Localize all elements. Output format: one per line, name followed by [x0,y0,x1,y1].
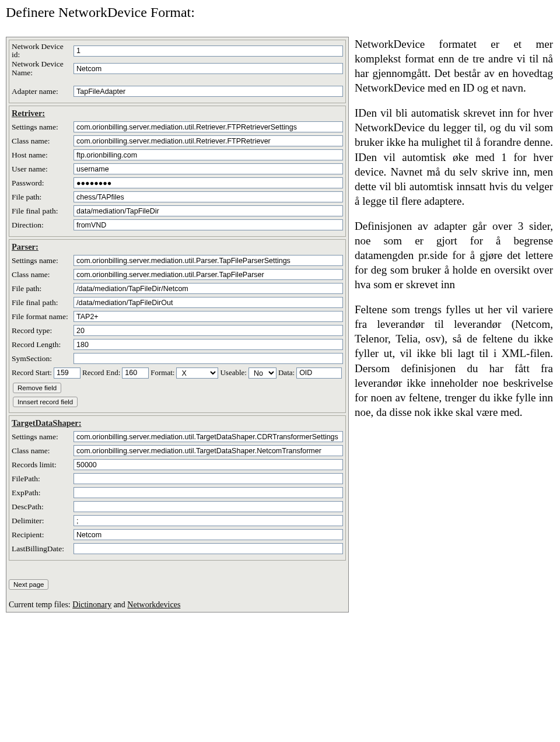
prose-p4: Feltene som trengs fylles ut her vil var… [355,302,553,419]
parser-recordlength-input[interactable] [74,339,343,350]
parser-group: Parser: Settings name: Class name: File … [9,239,346,413]
form-panel: Network Device id: Network Device Name: … [6,37,349,612]
remove-field-button[interactable]: Remove field [13,383,61,393]
data-input[interactable] [296,368,342,379]
dictionary-link[interactable]: Dictinonary [72,600,111,609]
parser-filefinal-input[interactable] [74,297,343,308]
adapter-name-label: Adapter name: [12,88,74,96]
retriever-direction-input[interactable] [74,219,343,230]
parser-fileformat-input[interactable] [74,311,343,322]
tds-filepath-input[interactable] [74,473,343,484]
retriever-class-input[interactable] [74,135,343,146]
tds-recipient-label: Recipient: [12,531,74,539]
format-select[interactable]: X [176,368,218,379]
parser-settings-label: Settings name: [12,257,74,265]
parser-class-input[interactable] [74,269,343,280]
retriever-password-input[interactable] [74,177,343,188]
retriever-direction-label: Direction: [12,221,74,229]
parser-filepath-input[interactable] [74,283,343,294]
retriever-filefinal-label: File final path: [12,207,74,215]
networkdevices-link[interactable]: Networkdevices [127,600,180,609]
device-id-label: Network Device id: [12,43,74,59]
parser-settings-input[interactable] [74,255,343,266]
tds-lastbillingdate-label: LastBillingDate: [12,545,74,553]
parser-filepath-label: File path: [12,285,74,293]
record-start-label: Record Start: [12,368,52,377]
tds-delimiter-label: Delimiter: [12,517,74,525]
parser-recordlength-label: Record Length: [12,341,74,349]
tds-exppath-input[interactable] [74,487,343,498]
device-name-label: Network Device Name: [12,60,74,76]
prose-p3: Definisjonen av adapter går over 3 sider… [355,219,553,292]
parser-fileformat-label: File format name: [12,313,74,321]
adapter-name-input[interactable] [74,86,343,97]
retriever-filepath-input[interactable] [74,191,343,202]
retriever-filepath-label: File path: [12,193,74,201]
device-group: Network Device id: Network Device Name: … [9,40,346,103]
retriever-host-label: Host name: [12,151,74,159]
retriever-host-input[interactable] [74,149,343,160]
temp-files-prefix: Current temp files: [9,600,72,609]
retriever-class-label: Class name: [12,137,74,145]
tds-filepath-label: FilePath: [12,475,74,483]
tds-exppath-label: ExpPath: [12,489,74,497]
tds-class-input[interactable] [74,445,343,456]
device-name-input[interactable] [74,63,343,74]
next-page-button[interactable]: Next page [9,579,48,590]
retriever-settings-input[interactable] [74,121,343,132]
and-text: and [111,600,127,609]
parser-symsection-input[interactable] [74,353,343,364]
temp-files-text: Current temp files: Dictinonary and Netw… [9,600,346,610]
retriever-filefinal-input[interactable] [74,205,343,216]
parser-heading: Parser: [12,242,343,252]
tds-recordslimit-label: Records limit: [12,461,74,469]
tds-settings-input[interactable] [74,431,343,442]
retriever-password-label: Password: [12,179,74,187]
parser-recordtype-label: Record type: [12,327,74,335]
prose-p2: IDen vil bli automatisk skrevet inn for … [355,106,553,208]
tds-delimiter-input[interactable] [74,515,343,526]
device-id-input[interactable] [74,46,343,57]
tds-heading: TargetDataShaper: [12,418,343,428]
parser-recordtype-input[interactable] [74,325,343,336]
retriever-user-input[interactable] [74,163,343,174]
parser-symsection-label: SymSection: [12,355,74,363]
tds-class-label: Class name: [12,447,74,455]
useable-label: Useable: [220,368,246,377]
tds-settings-label: Settings name: [12,433,74,441]
tds-descpath-input[interactable] [74,501,343,512]
parser-class-label: Class name: [12,271,74,279]
parser-filefinal-label: File final path: [12,299,74,307]
description-column: NetworkDevice formatet er et mer komplek… [355,37,553,430]
retriever-heading: Retriver: [12,108,343,118]
tds-lastbillingdate-input[interactable] [74,543,343,554]
page-title: Definere NetworkDevice Format: [6,5,554,20]
retriever-group: Retriver: Settings name: Class name: Hos… [9,106,346,237]
retriever-user-label: User name: [12,165,74,173]
insert-record-field-button[interactable]: Innsert record field [13,397,78,407]
tds-recordslimit-input[interactable] [74,459,343,470]
record-end-input[interactable] [122,368,149,379]
tds-group: TargetDataShaper: Settings name: Class n… [9,415,346,561]
tds-recipient-input[interactable] [74,529,343,540]
useable-select[interactable]: No [249,368,276,379]
prose-p1: NetworkDevice formatet er et mer komplek… [355,37,553,95]
data-label: Data: [278,368,295,377]
tds-descpath-label: DescPath: [12,503,74,511]
format-label: Format: [150,368,174,377]
record-start-input[interactable] [54,368,80,379]
record-end-label: Record End: [82,368,120,377]
retriever-settings-label: Settings name: [12,123,74,131]
